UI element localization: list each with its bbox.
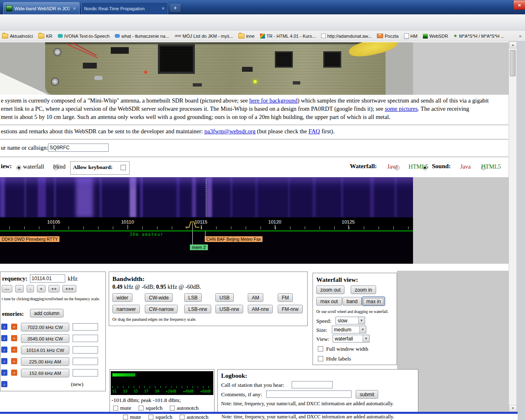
close-tab-icon[interactable]: × xyxy=(72,6,77,11)
faq-link[interactable]: FAQ xyxy=(308,128,320,135)
scrollbar-thumb[interactable] xyxy=(510,50,516,76)
station-marker[interactable]: CHN BAF Beijing Meteo Fax xyxy=(205,236,262,242)
callsign-input[interactable] xyxy=(48,144,109,152)
autonotch-checkbox[interactable] xyxy=(170,406,175,411)
add-column-button[interactable]: add column xyxy=(30,309,64,317)
bookmark-item[interactable]: WebSDR xyxy=(423,34,448,39)
usb-narrow-button[interactable]: USB-nrw xyxy=(215,305,243,313)
station-marker[interactable]: DDK9 DWD Pinneberg RTTY xyxy=(0,236,59,242)
memory-note-input[interactable] xyxy=(73,346,98,354)
bookmark-item[interactable]: HM xyxy=(404,33,418,39)
memory-note-input[interactable] xyxy=(73,358,98,365)
scroll-up-icon[interactable]: ▲ xyxy=(509,41,517,48)
hide-labels-checkbox[interactable] xyxy=(318,356,323,361)
fm-button[interactable]: FM xyxy=(278,293,293,302)
squelch-checkbox[interactable] xyxy=(139,406,144,411)
tune-down-3-button[interactable]: --- xyxy=(2,285,12,292)
comments-input[interactable] xyxy=(266,390,352,398)
call-input[interactable] xyxy=(292,381,333,388)
am-button[interactable]: AM xyxy=(248,293,263,302)
vertical-scrollbar[interactable]: ▲ ▼ xyxy=(509,41,516,412)
memory-note-input[interactable] xyxy=(73,335,98,342)
pictures-link[interactable]: some pictures xyxy=(385,105,418,112)
comments-label: Comments, if any: xyxy=(221,391,262,398)
frequency-input[interactable] xyxy=(30,274,65,283)
memory-frequency-button[interactable]: 225.00 kHz AM xyxy=(21,357,69,366)
bookmark-item[interactable]: KR xyxy=(38,34,52,39)
close-tab-icon[interactable]: × xyxy=(161,6,165,11)
background-link[interactable]: here for background xyxy=(249,97,298,104)
memory-frequency-button[interactable]: 3545.00 kHz CW xyxy=(21,334,69,343)
scroll-down-icon[interactable]: ▼ xyxy=(509,405,517,412)
new-tab-button[interactable]: + xyxy=(170,4,180,12)
lsb-narrow-button[interactable]: LSB-nrw xyxy=(184,305,211,313)
zoom-in-waterfall-button[interactable]: zoom in xyxy=(351,285,376,294)
bookmark-item[interactable]: TR - HTML 4.01 - Kurs... xyxy=(260,34,316,39)
waterfall-display[interactable] xyxy=(0,177,413,217)
tune-down-1-button[interactable]: - xyxy=(27,285,34,292)
memory-store-icon[interactable]: ♪ xyxy=(1,381,7,387)
frequency-scale[interactable]: 10105 10110 10115 10120 10125 xyxy=(0,217,413,231)
memory-play-icon[interactable]: ♪ xyxy=(1,324,7,330)
bookmark-item[interactable]: inne xyxy=(238,34,255,39)
memory-play-icon[interactable]: ♪ xyxy=(1,370,7,376)
cw-wide-button[interactable]: CW-wide xyxy=(145,293,173,302)
cw-narrow-button[interactable]: CW-narrow xyxy=(145,305,178,313)
tab-nordic[interactable]: Nordic Real-Time Propagation × xyxy=(81,2,168,14)
speed-select[interactable]: slow▼ xyxy=(336,317,365,324)
bookmark-item[interactable]: Poczta xyxy=(377,34,399,39)
memory-delete-icon[interactable]: ▪ xyxy=(11,370,17,376)
autonotch-checkbox[interactable] xyxy=(180,415,185,420)
bookmark-item[interactable]: what - tłumaczenie na... xyxy=(115,34,169,39)
bookmark-item[interactable]: ★M*A*S*H / M*A*S*H ... xyxy=(453,33,504,39)
mute-checkbox[interactable] xyxy=(123,415,128,420)
email-link[interactable]: pa3fwm@websdr.org xyxy=(204,128,256,135)
bookmark-item[interactable]: JKMMÓJ List do JKM - myś... xyxy=(174,34,233,39)
size-select[interactable]: medium▼ xyxy=(332,326,366,333)
am-narrow-button[interactable]: AM-nrw xyxy=(248,305,273,313)
tune-up-2-button[interactable]: ++ xyxy=(48,285,59,292)
memory-delete-icon[interactable]: ▪ xyxy=(11,358,17,364)
view-waterfall-radio[interactable] xyxy=(16,165,21,170)
memory-play-icon[interactable]: ♪ xyxy=(1,347,7,353)
memory-note-input[interactable] xyxy=(73,369,98,377)
lsb-button[interactable]: LSB xyxy=(184,293,202,302)
submit-button[interactable]: submit xyxy=(356,390,378,399)
wider-button[interactable]: wider xyxy=(112,293,132,302)
bookmark-item[interactable]: Aktualności xyxy=(2,34,33,39)
narrower-button[interactable]: narrower xyxy=(112,305,140,313)
bookmark-item[interactable]: http://adamdunat.aw... xyxy=(321,34,372,39)
band-button[interactable]: band xyxy=(342,297,362,306)
mute-checkbox[interactable] xyxy=(113,406,118,411)
memory-frequency-button[interactable]: 7022.00 kHz CW xyxy=(21,323,69,331)
fm-narrow-button[interactable]: FM-nrw xyxy=(278,305,303,313)
memory-frequency-button[interactable]: 152.69 kHz AM xyxy=(21,369,69,377)
window-close-button[interactable]: × xyxy=(513,0,525,10)
tab-websdr[interactable]: Wide-band WebSDR in JO32KF × xyxy=(3,2,80,14)
usb-button[interactable]: USB xyxy=(215,293,234,302)
full-window-width-checkbox[interactable] xyxy=(318,346,323,352)
bookmarks-overflow-icon[interactable]: » xyxy=(519,33,522,39)
memory-delete-icon[interactable]: ▪ xyxy=(11,335,17,341)
max-in-button[interactable]: max in xyxy=(362,297,385,306)
memory-marker[interactable]: mem 2 xyxy=(190,244,208,250)
memory-play-icon[interactable]: ♪ xyxy=(1,358,7,364)
bookmark-label: HM xyxy=(411,34,418,39)
allow-keyboard-checkbox[interactable] xyxy=(121,165,126,170)
tune-up-3-button[interactable]: +++ xyxy=(62,285,76,292)
bookmark-label: Aktualności xyxy=(10,34,33,39)
sdr-board-photo xyxy=(0,42,413,95)
squelch-checkbox[interactable] xyxy=(148,415,153,420)
bookmark-item[interactable]: IVONA Text-to-Speech xyxy=(58,34,110,39)
memory-delete-icon[interactable]: ▪ xyxy=(11,324,17,330)
view-select[interactable]: waterfall▼ xyxy=(333,335,370,342)
memory-delete-icon[interactable]: ▪ xyxy=(11,347,17,353)
tune-down-2-button[interactable]: -- xyxy=(15,285,24,292)
memory-play-icon[interactable]: ♪ xyxy=(1,335,7,341)
page-background-fill xyxy=(413,42,509,95)
zoom-out-waterfall-button[interactable]: zoom out xyxy=(316,285,345,294)
memory-note-input[interactable] xyxy=(73,323,98,331)
max-out-button[interactable]: max out xyxy=(316,297,342,306)
memory-frequency-button[interactable]: 10114.01 kHz CW xyxy=(21,346,69,354)
tune-up-1-button[interactable]: + xyxy=(37,285,46,292)
